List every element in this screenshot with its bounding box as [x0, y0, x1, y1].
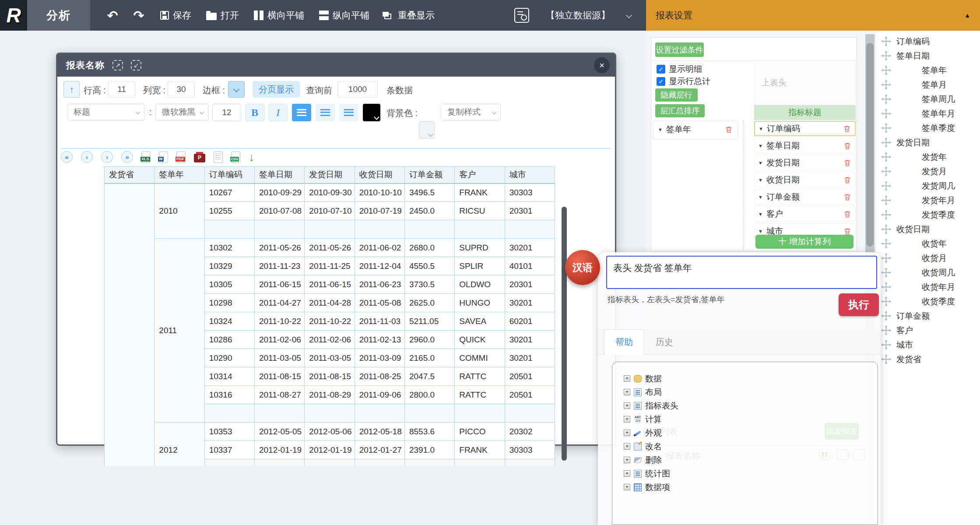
- column-header[interactable]: 发货省: [105, 167, 155, 183]
- caret-down-icon[interactable]: ▼: [758, 211, 763, 217]
- trash-icon[interactable]: [843, 124, 851, 133]
- paging-toggle-button[interactable]: 分页显示: [253, 81, 300, 98]
- trash-icon[interactable]: [843, 159, 852, 167]
- background-color-swatch[interactable]: [419, 121, 435, 139]
- draggable-field-item[interactable]: 签单季度: [876, 121, 980, 135]
- export-text-icon[interactable]: [214, 152, 223, 163]
- restore-icon[interactable]: ↙: [131, 60, 141, 70]
- font-family-dropdown[interactable]: 微软雅黑: [155, 104, 208, 120]
- draggable-field-item[interactable]: 收货季度: [876, 294, 980, 309]
- upper-header-dropzone[interactable]: 上表头: [754, 60, 856, 105]
- maximize-icon[interactable]: ↗: [112, 60, 123, 70]
- draggable-field-item[interactable]: 订单金额: [876, 309, 980, 323]
- save-button[interactable]: 保存: [160, 9, 191, 21]
- draggable-field-item[interactable]: 发货日期: [876, 135, 980, 150]
- expand-plus-icon[interactable]: +: [624, 457, 630, 463]
- expand-plus-icon[interactable]: +: [624, 484, 630, 490]
- draggable-field-item[interactable]: 收货日期: [876, 222, 980, 236]
- column-header[interactable]: 城市: [505, 167, 555, 183]
- draggable-field-item[interactable]: 城市: [876, 338, 980, 352]
- indicator-field-item[interactable]: ▼ 收货日期: [754, 172, 856, 187]
- caret-down-icon[interactable]: ▼: [758, 194, 763, 200]
- draggable-field-item[interactable]: 收货周几: [876, 265, 980, 280]
- expand-plus-icon[interactable]: +: [624, 443, 630, 450]
- tile-vertical-button[interactable]: 纵向平铺: [319, 9, 369, 21]
- draggable-field-item[interactable]: 签单月: [876, 78, 980, 92]
- move-icon[interactable]: [881, 282, 891, 292]
- last-page-button[interactable]: »: [121, 151, 133, 163]
- tile-horizontal-button[interactable]: 横向平铺: [254, 9, 304, 21]
- bold-button[interactable]: B: [245, 104, 264, 121]
- first-page-button[interactable]: «: [61, 151, 73, 163]
- draggable-field-item[interactable]: 发货省: [876, 352, 980, 366]
- expand-plus-icon[interactable]: +: [624, 430, 630, 436]
- expand-plus-icon[interactable]: +: [624, 389, 630, 395]
- align-left-button[interactable]: [292, 104, 311, 121]
- trash-icon[interactable]: [724, 125, 733, 134]
- caret-down-icon[interactable]: ▼: [758, 143, 763, 148]
- style-preset-dropdown[interactable]: 标题: [67, 104, 144, 120]
- close-icon[interactable]: ×: [594, 57, 610, 73]
- help-tree-item[interactable]: + 计算: [624, 412, 878, 426]
- column-header[interactable]: 客户: [455, 167, 505, 183]
- help-tree-item[interactable]: + 删除: [624, 453, 878, 467]
- execute-button[interactable]: 执行: [839, 293, 879, 316]
- trash-icon[interactable]: [843, 141, 852, 150]
- datasource-search-icon[interactable]: [514, 8, 529, 23]
- print-icon[interactable]: [194, 154, 205, 162]
- move-icon[interactable]: [881, 65, 891, 75]
- indicator-field-item[interactable]: ▼ 客户: [754, 206, 856, 222]
- col-width-input[interactable]: [168, 81, 195, 98]
- move-icon[interactable]: [881, 239, 891, 249]
- download-icon[interactable]: ↓: [249, 152, 255, 163]
- move-icon[interactable]: [881, 325, 891, 335]
- report-window-titlebar[interactable]: 报表名称 ↗ ↙ ×: [57, 54, 615, 77]
- help-tree-item[interactable]: + 统计图: [624, 467, 878, 480]
- caret-down-icon[interactable]: ▼: [758, 229, 763, 234]
- set-filter-button[interactable]: 设置过滤条件: [655, 42, 704, 57]
- nl-query-input[interactable]: 表头 发货省 签单年: [606, 256, 877, 289]
- export-csv-icon[interactable]: CSV: [231, 152, 240, 163]
- align-center-button[interactable]: [316, 104, 335, 121]
- table-scrollbar-thumb[interactable]: [562, 207, 567, 461]
- scrollbar-thumb[interactable]: [866, 43, 874, 247]
- draggable-field-item[interactable]: 发货季度: [876, 208, 980, 222]
- move-icon[interactable]: [881, 311, 891, 321]
- draggable-field-item[interactable]: 签单年月: [876, 106, 980, 121]
- help-tree-item[interactable]: + 数据: [624, 372, 878, 385]
- move-icon[interactable]: [881, 123, 891, 133]
- draggable-field-item[interactable]: 签单日期: [876, 49, 980, 63]
- copy-style-dropdown[interactable]: 复制样式: [441, 104, 501, 120]
- datasource-selector[interactable]: 【独立数据源】: [546, 9, 610, 21]
- draggable-field-item[interactable]: 收货月: [876, 251, 980, 265]
- move-icon[interactable]: [881, 224, 891, 234]
- collapse-icon[interactable]: ▲: [964, 12, 970, 19]
- move-icon[interactable]: [881, 94, 891, 104]
- export-word-icon[interactable]: W: [159, 152, 168, 163]
- language-badge[interactable]: 汉语: [565, 250, 600, 285]
- trash-icon[interactable]: [843, 176, 852, 184]
- border-dropdown[interactable]: [228, 81, 245, 98]
- help-tree-item[interactable]: + 外观: [624, 426, 878, 440]
- move-icon[interactable]: [881, 36, 891, 46]
- add-calculated-column-button[interactable]: 十增加计算列: [755, 235, 854, 249]
- draggable-field-item[interactable]: 发货年: [876, 150, 980, 164]
- show-detail-checkbox[interactable]: ✓: [657, 65, 665, 74]
- draggable-field-item[interactable]: 发货周几: [876, 179, 980, 193]
- caret-down-icon[interactable]: ▼: [758, 160, 763, 166]
- indicator-field-item[interactable]: ▼ 订单编码: [754, 121, 856, 136]
- move-icon[interactable]: [881, 181, 891, 191]
- move-icon[interactable]: [881, 210, 891, 220]
- align-right-button[interactable]: [339, 104, 358, 121]
- caret-down-icon[interactable]: ▼: [658, 127, 663, 132]
- move-icon[interactable]: [881, 152, 891, 162]
- move-icon[interactable]: [881, 51, 891, 61]
- draggable-field-item[interactable]: 客户: [876, 323, 980, 338]
- tab-history[interactable]: 历史: [644, 329, 685, 355]
- italic-button[interactable]: I: [268, 104, 288, 121]
- draggable-field-item[interactable]: 签单年: [876, 63, 980, 78]
- next-page-button[interactable]: ›: [101, 151, 113, 163]
- query-count-input[interactable]: [337, 81, 378, 98]
- undo-button[interactable]: ↶: [102, 8, 123, 23]
- help-tree-item[interactable]: + 改名: [624, 440, 878, 453]
